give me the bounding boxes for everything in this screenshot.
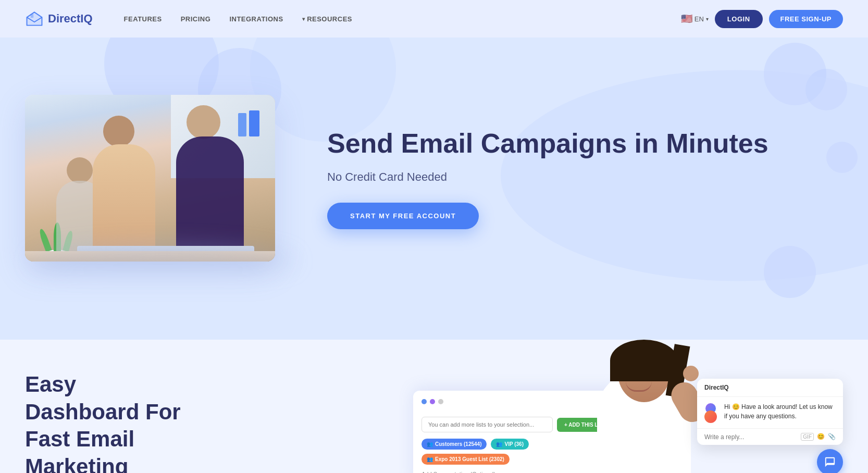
dot-gray bbox=[438, 399, 443, 404]
logo-link[interactable]: DirectIQ bbox=[25, 9, 93, 28]
tag-customers[interactable]: 👥 Customers (12544) bbox=[421, 439, 487, 450]
list-input[interactable] bbox=[421, 417, 553, 432]
nav-integrations[interactable]: INTEGRATIONS bbox=[229, 15, 283, 23]
nav-pricing[interactable]: PRICING bbox=[181, 15, 211, 23]
hero-image-container bbox=[25, 95, 286, 262]
hero-image-frame bbox=[25, 95, 275, 262]
lower-section: Easy Dashboard For Fast Email Marketing … bbox=[0, 340, 868, 473]
dot-purple bbox=[430, 399, 435, 404]
logo-text: DirectIQ bbox=[48, 12, 93, 26]
hero-section: Send Email Campaigns in Minutes No Credi… bbox=[0, 38, 868, 340]
nav-features[interactable]: FEATURES bbox=[124, 15, 162, 23]
chat-input-row: GIF 😊 📎 bbox=[697, 428, 843, 445]
chat-header: DirectIQ bbox=[697, 379, 843, 397]
attach-button[interactable]: 📎 bbox=[828, 433, 836, 441]
chat-message: Hi 😊 Have a look around! Let us know if … bbox=[697, 397, 843, 428]
woman-figure-container bbox=[587, 340, 701, 473]
chat-bubble: Hi 😊 Have a look around! Let us know if … bbox=[724, 402, 836, 421]
chat-widget: DirectIQ Hi 😊 Have a look around! Let us… bbox=[697, 379, 843, 473]
navbar: DirectIQ FEATURES PRICING INTEGRATIONS ▾… bbox=[0, 0, 868, 38]
segmentation-label: Add Segmentation (Optional) bbox=[421, 471, 613, 473]
cta-button[interactable]: START MY FREE ACCOUNT bbox=[327, 203, 479, 229]
list-selection-row: + ADD THIS LIST bbox=[421, 417, 613, 432]
tag-list: 👥 Customers (12544) 👥 VIP (36) 👥 Expo 20… bbox=[421, 439, 613, 465]
nav-resources[interactable]: ▾ RESOURCES bbox=[302, 15, 352, 23]
hero-subtitle: No Credit Card Needed bbox=[327, 170, 768, 184]
tag-label-vip: VIP (36) bbox=[504, 441, 524, 447]
chat-avatar-2 bbox=[704, 410, 717, 423]
lower-title: Easy Dashboard For Fast Email Marketing bbox=[25, 371, 192, 473]
dot-blue bbox=[421, 399, 427, 404]
people-icon-3: 👥 bbox=[427, 456, 433, 462]
people-icon: 👥 bbox=[427, 441, 433, 447]
chevron-down-icon: ▾ bbox=[302, 16, 305, 22]
nav-right: 🇺🇸 EN ▾ LOGIN FREE SIGN-UP bbox=[681, 10, 843, 28]
hero-image-shadow bbox=[30, 246, 296, 277]
chat-box: DirectIQ Hi 😊 Have a look around! Let us… bbox=[697, 379, 843, 445]
gif-button[interactable]: GIF bbox=[801, 433, 814, 441]
signup-button[interactable]: FREE SIGN-UP bbox=[769, 10, 843, 28]
hero-title: Send Email Campaigns in Minutes bbox=[327, 127, 768, 159]
people-icon-2: 👥 bbox=[496, 441, 502, 447]
tag-vip[interactable]: 👥 VIP (36) bbox=[491, 439, 529, 450]
chat-fab-icon bbox=[824, 456, 836, 468]
tag-expo[interactable]: 👥 Expo 2013 Guest List (2302) bbox=[421, 454, 510, 465]
flag-icon: 🇺🇸 bbox=[681, 13, 692, 24]
tag-label-customers: Customers (12544) bbox=[435, 441, 481, 447]
lang-label: EN bbox=[695, 15, 704, 23]
chat-fab-button[interactable] bbox=[817, 449, 843, 473]
chat-reply-input[interactable] bbox=[704, 433, 797, 441]
tag-label-expo: Expo 2013 Guest List (2302) bbox=[435, 456, 504, 462]
chat-actions: GIF 😊 📎 bbox=[801, 433, 836, 441]
login-button[interactable]: LOGIN bbox=[715, 10, 763, 28]
dashboard-dots bbox=[421, 399, 443, 404]
hero-photo bbox=[25, 95, 275, 262]
chevron-down-icon: ▾ bbox=[706, 16, 709, 22]
language-selector[interactable]: 🇺🇸 EN ▾ bbox=[681, 13, 709, 24]
hero-text: Send Email Campaigns in Minutes No Credi… bbox=[327, 117, 768, 229]
logo-icon bbox=[25, 9, 44, 28]
emoji-button[interactable]: 😊 bbox=[817, 433, 825, 441]
nav-links: FEATURES PRICING INTEGRATIONS ▾ RESOURCE… bbox=[124, 15, 681, 23]
